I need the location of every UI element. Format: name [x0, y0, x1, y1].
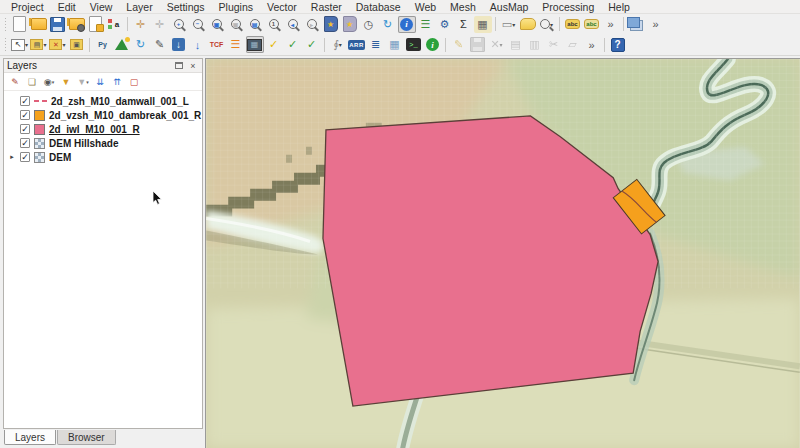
tuflow-check-button[interactable]: ✓▾ [265, 36, 283, 53]
add-group-button[interactable]: ❏▾ [24, 74, 40, 89]
menu-plugins[interactable]: Plugins [212, 1, 260, 13]
toolbar-overflow-button-1[interactable]: »▾ [602, 16, 620, 33]
style-manager-button[interactable]: a▾ [106, 16, 124, 33]
mesh-tool-button[interactable]: ▦▾ [386, 36, 404, 53]
field-calculator-button[interactable]: ▦▾ [474, 16, 492, 33]
show-statistics-button[interactable]: Σ▾ [455, 16, 473, 33]
tab-browser[interactable]: Browser [57, 430, 116, 445]
layer-item[interactable]: ▸ ✓ 2d_zsh_M10_damwall_001_L [4, 94, 202, 108]
duplicate-layer-button[interactable]: ▾ [628, 16, 646, 33]
qgis-check-button[interactable]: ✓▾ [284, 36, 302, 53]
tuflow-refresh-button[interactable]: ↻▾ [132, 36, 150, 53]
delete-selected-button[interactable]: ▥▾ [526, 36, 544, 53]
tuflow-terrain-button[interactable]: ▾ [113, 36, 131, 53]
filter-by-expression-button[interactable]: ▼▾ [75, 74, 91, 89]
zoom-out-button[interactable]: −▾ [189, 16, 207, 33]
save-edits-button[interactable]: ▾ [469, 36, 487, 53]
menu-ausmap[interactable]: AusMap [483, 1, 536, 13]
layer-item[interactable]: ▸ ✓ 2d_iwl_M10_001_R [4, 122, 202, 136]
menu-edit[interactable]: Edit [51, 1, 83, 13]
modify-attributes-button[interactable]: ▤▾ [507, 36, 525, 53]
save-project-as-button[interactable]: ▾ [68, 16, 86, 33]
tcf-tool-button[interactable]: TCF▾ [208, 36, 226, 53]
remove-layer-button[interactable]: ▢▾ [126, 74, 142, 89]
tuflow-console-button[interactable]: >_▾ [405, 36, 423, 53]
expand-icon[interactable]: ▸ [8, 153, 16, 161]
map-image-button[interactable]: ▦▾ [246, 36, 264, 53]
run-info-button[interactable]: i▾ [424, 36, 442, 53]
python-console-button[interactable]: Py▾ [94, 36, 112, 53]
tuflow-style-button[interactable]: ✎▾ [151, 36, 169, 53]
new-project-button[interactable]: ▾ [11, 16, 29, 33]
collapse-all-button[interactable]: ⇈▾ [109, 74, 125, 89]
refresh-map-button[interactable]: ↻▾ [379, 16, 397, 33]
measure-line-button[interactable]: ▭▾ [500, 16, 518, 33]
statistical-summary-button[interactable]: ☰▾ [417, 16, 435, 33]
processing-toolbox-button[interactable]: ⚙▾ [436, 16, 454, 33]
temporal-controller-button[interactable]: ◷▾ [360, 16, 378, 33]
layer-checkbox[interactable]: ✓ [20, 96, 30, 106]
map-tips-button[interactable]: ▾ [519, 16, 537, 33]
menu-layer[interactable]: Layer [119, 1, 159, 13]
new-bookmark-button[interactable]: ▾ [322, 16, 340, 33]
pan-to-selection-button[interactable]: ✛▾ [151, 16, 169, 33]
menu-project[interactable]: Project [4, 1, 51, 13]
menu-view[interactable]: View [83, 1, 120, 13]
attach-file-button[interactable]: ∮▾ [329, 36, 347, 53]
zoom-in-button[interactable]: +▾ [170, 16, 188, 33]
layer-checkbox[interactable]: ✓ [20, 110, 30, 120]
import-file-button[interactable]: ↓▾ [189, 36, 207, 53]
vertex-tool-button[interactable]: ✕▾ [488, 36, 506, 53]
menu-processing[interactable]: Processing [535, 1, 601, 13]
cut-features-button[interactable]: ✂▾ [545, 36, 563, 53]
expand-all-button[interactable]: ⇊▾ [92, 74, 108, 89]
layout-manager-button[interactable]: ▾ [87, 16, 105, 33]
toggle-editing-button[interactable]: ✎▾ [450, 36, 468, 53]
zoom-next-button[interactable]: ▸▾ [303, 16, 321, 33]
layer-item[interactable]: ▸ ✓ DEM Hillshade [4, 136, 202, 150]
increment-layer-button[interactable]: ☰▾ [227, 36, 245, 53]
layer-labeling-button[interactable]: abc▾ [564, 16, 582, 33]
float-panel-button[interactable] [173, 60, 185, 71]
open-layer-styling-button[interactable]: ✎▾ [7, 74, 23, 89]
menu-raster[interactable]: Raster [304, 1, 349, 13]
arr-tool-button[interactable]: ARR▾ [348, 36, 366, 53]
open-project-button[interactable]: ▾ [30, 16, 48, 33]
multi-pages-button[interactable]: ≣▾ [367, 36, 385, 53]
zoom-last-button[interactable]: ◂▾ [284, 16, 302, 33]
tab-layers[interactable]: Layers [4, 430, 56, 445]
show-bookmarks-button[interactable]: ▾ [341, 16, 359, 33]
manage-map-themes-button[interactable]: ◉▾ [41, 74, 57, 89]
layer-checkbox[interactable]: ✓ [20, 138, 30, 148]
zoom-to-selection-button[interactable]: ▣▾ [227, 16, 245, 33]
zoom-full-button[interactable]: ▣▾ [208, 16, 226, 33]
paste-features-button[interactable]: ▱▾ [564, 36, 582, 53]
menu-settings[interactable]: Settings [160, 1, 212, 13]
layer-checkbox[interactable]: ✓ [20, 152, 30, 162]
menu-help[interactable]: Help [601, 1, 637, 13]
layer-checkbox[interactable]: ✓ [20, 124, 30, 134]
layer-item[interactable]: ▸ ✓ DEM [4, 150, 202, 164]
menu-vector[interactable]: Vector [260, 1, 304, 13]
select-by-value-button[interactable]: ▤▾ [30, 36, 48, 53]
deselect-features-button[interactable]: ✕▾ [49, 36, 67, 53]
help-button[interactable]: ?▾ [609, 36, 627, 53]
map-canvas[interactable] [205, 58, 800, 448]
import-layer-button[interactable]: ↓▾ [170, 36, 188, 53]
layer-item[interactable]: ▸ ✓ 2d_vzsh_M10_dambreak_001_R [4, 108, 202, 122]
select-by-location-button[interactable]: ▣▾ [68, 36, 86, 53]
zoom-to-raster-button[interactable]: ▾ [538, 16, 556, 33]
select-features-button[interactable]: ↖▾ [11, 36, 29, 53]
toolbar-overflow-button-2[interactable]: »▾ [647, 16, 665, 33]
menu-web[interactable]: Web [408, 1, 443, 13]
save-project-button[interactable]: ▾ [49, 16, 67, 33]
pan-map-button[interactable]: ✛▾ [132, 16, 150, 33]
identify-features-button[interactable]: i▾ [398, 16, 416, 33]
filter-legend-button[interactable]: ▼▾ [58, 74, 74, 89]
menu-mesh[interactable]: Mesh [443, 1, 483, 13]
zoom-native-button[interactable]: 1▾ [265, 16, 283, 33]
check-1d-button[interactable]: ✓▾ [303, 36, 321, 53]
zoom-to-layer-button[interactable]: ▤▾ [246, 16, 264, 33]
toolbar-overflow-button-3[interactable]: »▾ [583, 36, 601, 53]
menu-database[interactable]: Database [349, 1, 408, 13]
